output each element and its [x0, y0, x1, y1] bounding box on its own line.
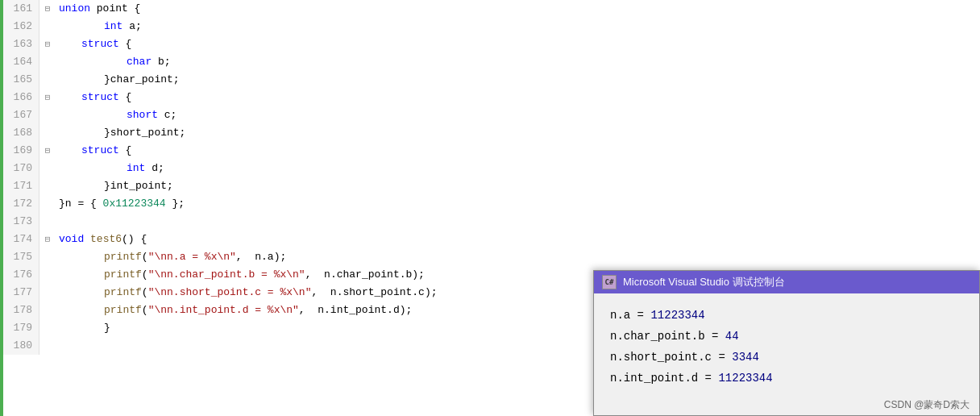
console-line-2: n.char_point.b = 44 — [610, 326, 963, 347]
line-number: 177 — [3, 284, 39, 302]
line-number: 169 — [3, 142, 39, 160]
code-line-162: 162 int a; — [3, 18, 980, 35]
code-text: }n = { 0x11223344 }; — [56, 195, 980, 213]
line-number: 166 — [3, 89, 39, 106]
code-text — [56, 213, 980, 231]
code-line-164: 164 char b; — [3, 53, 980, 71]
code-text: printf("\nn.a = %x\n", n.a); — [56, 248, 980, 266]
line-number: 179 — [3, 319, 39, 337]
fold-icon — [39, 71, 56, 89]
fold-icon — [39, 302, 56, 319]
code-line-165: 165 }char_point; — [3, 71, 980, 89]
console-line-4: n.int_point.d = 11223344 — [610, 368, 963, 389]
line-number: 171 — [3, 177, 39, 195]
code-line-171: 171 }int_point; — [3, 177, 980, 195]
code-text: }char_point; — [56, 71, 980, 89]
console-app-icon: C# — [602, 275, 617, 289]
code-text: }int_point; — [56, 177, 980, 195]
line-number: 165 — [3, 71, 39, 89]
console-val-3: 3344 — [732, 351, 759, 364]
code-line-163: 163 ⊟ struct { — [3, 35, 980, 53]
code-text: int a; — [56, 18, 980, 35]
watermark-text: CSDN @蒙奇D索大 — [884, 399, 970, 410]
console-var-3: n.short_point.c = — [610, 351, 732, 364]
line-number: 163 — [3, 35, 39, 53]
fold-icon — [39, 266, 56, 284]
code-text: struct { — [56, 142, 980, 160]
code-text: char b; — [56, 53, 980, 71]
fold-icon — [39, 337, 56, 355]
line-number: 172 — [3, 195, 39, 213]
fold-icon — [39, 106, 56, 124]
code-line-175: 175 printf("\nn.a = %x\n", n.a); — [3, 248, 980, 266]
fold-icon[interactable]: ⊟ — [39, 231, 56, 248]
fold-icon — [39, 18, 56, 35]
code-line-161: 161 ⊟ union point { — [3, 0, 980, 18]
code-text: union point { — [56, 0, 980, 18]
console-var-1: n.a = — [610, 309, 650, 322]
console-line-1: n.a = 11223344 — [610, 305, 963, 326]
line-number: 175 — [3, 248, 39, 266]
line-number: 168 — [3, 124, 39, 142]
line-number: 173 — [3, 213, 39, 231]
fold-icon — [39, 319, 56, 337]
code-line-172: 172 }n = { 0x11223344 }; — [3, 195, 980, 213]
line-number: 161 — [3, 0, 39, 18]
code-line-168: 168 }short_point; — [3, 124, 980, 142]
console-titlebar: C# Microsoft Visual Studio 调试控制台 — [594, 271, 979, 293]
code-line-167: 167 short c; — [3, 106, 980, 124]
line-number: 170 — [3, 160, 39, 177]
code-text: int d; — [56, 160, 980, 177]
console-var-2: n.char_point.b = — [610, 330, 725, 343]
code-text: }short_point; — [56, 124, 980, 142]
line-number: 176 — [3, 266, 39, 284]
fold-icon[interactable]: ⊟ — [39, 142, 56, 160]
console-footer: CSDN @蒙奇D索大 — [594, 395, 979, 415]
console-title: Microsoft Visual Studio 调试控制台 — [623, 275, 785, 289]
fold-icon — [39, 284, 56, 302]
fold-icon — [39, 213, 56, 231]
fold-icon[interactable]: ⊟ — [39, 0, 56, 18]
line-number: 162 — [3, 18, 39, 35]
console-val-4: 11223344 — [718, 372, 772, 385]
line-number: 167 — [3, 106, 39, 124]
code-text: struct { — [56, 89, 980, 106]
fold-icon — [39, 177, 56, 195]
code-text: struct { — [56, 35, 980, 53]
line-number: 180 — [3, 337, 39, 355]
code-text: void test6() { — [56, 231, 980, 248]
fold-icon[interactable]: ⊟ — [39, 35, 56, 53]
console-window: C# Microsoft Visual Studio 调试控制台 n.a = 1… — [593, 270, 980, 416]
fold-icon[interactable]: ⊟ — [39, 89, 56, 106]
line-number: 174 — [3, 231, 39, 248]
fold-icon — [39, 53, 56, 71]
code-line-173: 173 — [3, 213, 980, 231]
code-line-166: 166 ⊟ struct { — [3, 89, 980, 106]
console-body: n.a = 11223344 n.char_point.b = 44 n.sho… — [594, 293, 979, 395]
code-line-174: 174 ⊟ void test6() { — [3, 231, 980, 248]
line-number: 164 — [3, 53, 39, 71]
fold-icon — [39, 195, 56, 213]
fold-icon — [39, 160, 56, 177]
line-number: 178 — [3, 302, 39, 319]
code-line-169: 169 ⊟ struct { — [3, 142, 980, 160]
code-text: short c; — [56, 106, 980, 124]
fold-icon — [39, 124, 56, 142]
console-var-4: n.int_point.d = — [610, 372, 718, 385]
console-line-3: n.short_point.c = 3344 — [610, 347, 963, 368]
fold-icon — [39, 248, 56, 266]
console-val-1: 11223344 — [650, 309, 704, 322]
code-line-170: 170 int d; — [3, 160, 980, 177]
console-val-2: 44 — [725, 330, 739, 343]
